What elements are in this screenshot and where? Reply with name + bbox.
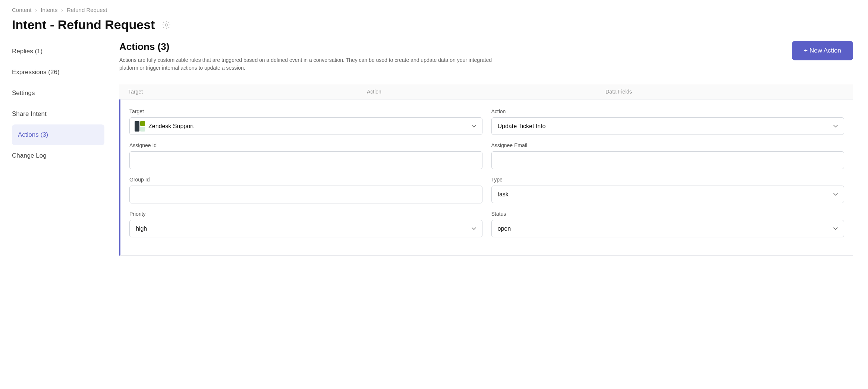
status-select[interactable]: open pending hold solved closed [491,220,845,237]
actions-title: Actions (3) [119,41,492,53]
table-header-target: Target [128,89,367,95]
table-header-data-fields: Data Fields [606,89,844,95]
sidebar-item-actions[interactable]: Actions (3) [12,124,104,145]
action-card: Target Zendesk Support [119,99,853,256]
svg-point-0 [165,24,167,26]
target-select-wrapper: Zendesk Support [129,117,482,135]
form-group-assignee-email: Assignee Email [491,142,845,169]
sidebar-item-share-intent[interactable]: Share Intent [12,104,104,124]
form-group-group-id: Group Id [129,177,482,203]
assignee-id-label: Assignee Id [129,142,482,148]
sidebar-item-settings[interactable]: Settings [12,83,104,104]
form-row-target-action: Target Zendesk Support [129,108,844,135]
table-header: Target Action Data Fields [119,84,853,99]
group-id-label: Group Id [129,177,482,183]
breadcrumb-sep-1: › [35,7,37,13]
sidebar-item-expressions[interactable]: Expressions (26) [12,62,104,83]
settings-icon-button[interactable] [161,19,172,31]
actions-content-header: Actions (3) Actions are fully customizab… [119,41,853,72]
priority-label: Priority [129,211,482,217]
sidebar: Replies (1) Expressions (26) Settings Sh… [0,41,104,389]
breadcrumb-sep-2: › [61,7,63,13]
main-layout: Replies (1) Expressions (26) Settings Sh… [0,41,868,389]
actions-header-text: Actions (3) Actions are fully customizab… [119,41,492,72]
form-group-status: Status open pending hold solved closed [491,211,845,237]
form-group-assignee-id: Assignee Id [129,142,482,169]
assignee-email-input[interactable] [491,151,845,169]
action-label: Action [491,108,845,114]
type-label: Type [491,177,845,183]
breadcrumb-current: Refund Request [67,7,107,13]
form-row-assignee: Assignee Id Assignee Email [129,142,844,169]
assignee-id-input[interactable] [129,151,482,169]
breadcrumb-content[interactable]: Content [12,7,32,13]
group-id-input[interactable] [129,186,482,203]
action-select[interactable]: Update Ticket Info [491,117,845,135]
page-title: Intent - Refund Request [12,18,155,32]
form-group-priority: Priority high low normal urgent [129,211,482,237]
gear-icon [162,21,170,29]
breadcrumb: Content › Intents › Refund Request [0,0,868,16]
breadcrumb-intents[interactable]: Intents [41,7,57,13]
target-select[interactable]: Zendesk Support [129,117,482,135]
table-header-action: Action [367,89,606,95]
assignee-email-label: Assignee Email [491,142,845,148]
form-row-group-type: Group Id Type task question incident pro… [129,177,844,203]
form-group-target: Target Zendesk Support [129,108,482,135]
content-area: Actions (3) Actions are fully customizab… [104,41,868,389]
form-group-type: Type task question incident problem [491,177,845,203]
new-action-button[interactable]: + New Action [792,41,853,60]
sidebar-item-replies[interactable]: Replies (1) [12,41,104,62]
form-row-priority-status: Priority high low normal urgent Status o… [129,211,844,237]
type-select[interactable]: task question incident problem [491,186,845,203]
actions-description: Actions are fully customizable rules tha… [119,56,492,72]
priority-select[interactable]: high low normal urgent [129,220,482,237]
page-header: Intent - Refund Request [0,16,868,41]
status-label: Status [491,211,845,217]
target-label: Target [129,108,482,114]
form-group-action: Action Update Ticket Info [491,108,845,135]
sidebar-item-change-log[interactable]: Change Log [12,145,104,166]
